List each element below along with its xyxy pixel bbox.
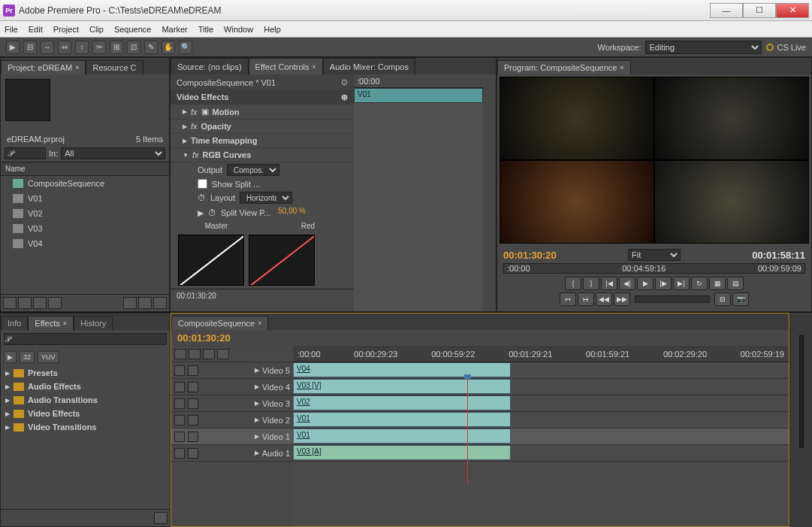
new-bin-icon[interactable]	[123, 297, 137, 309]
clip-v03v[interactable]: V03 [V]	[293, 379, 511, 394]
lift-icon[interactable]: ↤	[560, 292, 576, 306]
folder-video-transitions[interactable]: ▶Video Transitions	[1, 420, 170, 434]
program-ruler[interactable]: :00:0000:04:59:1600:09:59:09	[503, 263, 805, 274]
slip-tool-icon[interactable]: ⊞	[110, 41, 123, 54]
32bit-chip[interactable]: 32	[20, 351, 35, 363]
razor-tool-icon[interactable]: ✂	[92, 41, 106, 54]
goto-out-icon[interactable]: ▶|	[673, 277, 690, 290]
tab-effects[interactable]: Effects×	[28, 316, 74, 330]
workspace-select[interactable]: Editing	[645, 41, 762, 54]
play-icon[interactable]: ▶	[637, 277, 654, 290]
clip-v01-v2[interactable]: V01	[293, 412, 511, 427]
export-frame-icon[interactable]: 📷	[732, 292, 749, 306]
visibility-icon[interactable]	[174, 365, 185, 376]
settings-icon[interactable]	[217, 349, 229, 359]
tab-history[interactable]: History	[74, 316, 113, 330]
lock-icon[interactable]	[188, 415, 198, 426]
delete-icon[interactable]	[153, 297, 167, 309]
lock-icon[interactable]	[188, 382, 198, 392]
goto-in-icon[interactable]: |◀	[601, 277, 617, 290]
tab-resource[interactable]: Resource C	[86, 60, 143, 74]
menu-project[interactable]: Project	[53, 25, 79, 34]
clip-v04[interactable]: V04	[293, 362, 511, 377]
visibility-icon[interactable]	[174, 415, 185, 426]
list-view-icon[interactable]	[3, 297, 17, 309]
menu-clip[interactable]: Clip	[89, 25, 104, 34]
timeline-tracks[interactable]: :00:0000:00:29:2300:00:59:2200:01:29:210…	[293, 346, 789, 526]
track-header-audio1[interactable]: ▶Audio 1	[171, 445, 293, 462]
prev-marker-icon[interactable]: ◀◀	[596, 292, 612, 306]
out-point-icon[interactable]: }	[583, 277, 599, 290]
track-header-video4[interactable]: ▶Video 4	[171, 379, 293, 395]
new-bin-icon[interactable]	[154, 512, 168, 524]
snap-icon[interactable]	[174, 349, 186, 359]
safe-margin-icon[interactable]: ▦	[709, 277, 726, 290]
red-curve[interactable]	[249, 235, 315, 286]
project-item-v01[interactable]: V01	[1, 191, 169, 206]
show-split-checkbox[interactable]	[198, 179, 207, 189]
tab-program[interactable]: Program: CompositeSequence×	[497, 60, 631, 74]
trim-icon[interactable]: ⊟	[714, 292, 731, 306]
clip-v02[interactable]: V02	[293, 395, 511, 410]
project-search-input[interactable]	[5, 147, 46, 159]
menu-marker[interactable]: Marker	[161, 25, 187, 34]
track-header-video2[interactable]: ▶Video 2	[171, 412, 293, 429]
folder-audio-effects[interactable]: ▶Audio Effects	[1, 380, 170, 393]
fx-opacity[interactable]: ▶fxOpacity	[171, 120, 354, 134]
visibility-icon[interactable]	[174, 432, 185, 442]
fx-timecode[interactable]: 00:01:30:20	[171, 289, 354, 302]
slide-tool-icon[interactable]: ⊡	[127, 41, 140, 54]
menu-title[interactable]: Title	[198, 25, 213, 34]
rate-tool-icon[interactable]: ↕	[75, 41, 89, 54]
close-tab-icon[interactable]: ×	[312, 63, 316, 71]
output-icon[interactable]: ▤	[727, 277, 744, 290]
maximize-button[interactable]: ☐	[743, 3, 776, 18]
clip-v03a[interactable]: V03 [A]	[293, 445, 511, 460]
folder-presets[interactable]: ▶Presets	[1, 366, 170, 380]
shuttle-slider[interactable]	[635, 295, 710, 303]
project-item-v02[interactable]: V02	[1, 206, 169, 221]
tab-project[interactable]: Project: eDREAM×	[1, 60, 86, 74]
new-item-icon[interactable]	[138, 297, 152, 309]
cs-live-button[interactable]: CS Live	[766, 43, 806, 52]
in-point-icon[interactable]: {	[565, 277, 581, 290]
tab-source[interactable]: Source: (no clips)	[171, 58, 249, 74]
project-item-v03[interactable]: V03	[1, 221, 169, 236]
minimize-button[interactable]: —	[710, 3, 743, 18]
playhead[interactable]	[467, 379, 468, 484]
pen-tool-icon[interactable]: ✎	[144, 41, 158, 54]
zoom-select[interactable]: Fit	[628, 249, 681, 261]
sync-lock-icon[interactable]	[189, 349, 201, 359]
visibility-icon[interactable]	[174, 382, 185, 392]
lock-icon[interactable]	[188, 398, 198, 409]
menu-edit[interactable]: Edit	[29, 25, 43, 34]
marker-icon[interactable]	[203, 349, 215, 359]
lock-icon[interactable]	[188, 365, 198, 376]
fx-time-remapping[interactable]: ▶Time Remapping	[171, 134, 354, 148]
automate-icon[interactable]	[33, 297, 47, 309]
fx-rgb-curves[interactable]: ▼fxRGB Curves	[171, 148, 354, 162]
effects-search-input[interactable]	[4, 333, 167, 345]
loop-icon[interactable]: ↻	[691, 277, 708, 290]
output-select[interactable]: Compos...	[227, 164, 279, 176]
rolling-tool-icon[interactable]: ⇔	[58, 41, 71, 54]
extract-icon[interactable]: ↦	[578, 292, 594, 306]
toggle-icon[interactable]: ⊙	[341, 77, 348, 87]
menu-file[interactable]: File	[5, 25, 18, 34]
track-header-video5[interactable]: ▶Video 5	[171, 362, 293, 379]
tab-audio-mixer[interactable]: Audio Mixer: Compos	[323, 58, 415, 74]
menu-help[interactable]: Help	[264, 25, 281, 34]
menu-window[interactable]: Window	[224, 25, 253, 34]
selection-tool-icon[interactable]: ▶	[6, 41, 20, 54]
hand-tool-icon[interactable]: ✋	[161, 41, 175, 54]
folder-audio-transitions[interactable]: ▶Audio Transitions	[1, 393, 170, 407]
solo-icon[interactable]	[188, 448, 198, 459]
folder-video-effects[interactable]: ▶Video Effects	[1, 407, 170, 420]
timeline-timecode[interactable]: 00:01:30:20	[177, 332, 231, 344]
step-back-icon[interactable]: ◀|	[619, 277, 635, 290]
project-item-v04[interactable]: V04	[1, 236, 169, 251]
stopwatch-icon[interactable]: ⏱	[198, 193, 206, 202]
tab-effect-controls[interactable]: Effect Controls×	[249, 58, 323, 74]
clip-v01-v1[interactable]: V01	[293, 429, 511, 444]
master-curve[interactable]	[178, 235, 244, 286]
